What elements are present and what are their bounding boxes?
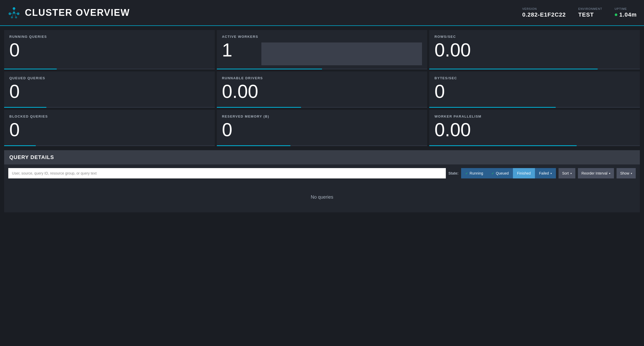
state-failed-button[interactable]: Failed ▾ bbox=[535, 168, 556, 178]
blocked-queries-label: BLOCKED QUERIES bbox=[9, 114, 210, 118]
uptime-meta: UPTIME 1.04m bbox=[615, 7, 637, 18]
blocked-queries-value: 0 bbox=[9, 120, 210, 142]
header-logo: CLUSTER OVERVIEW bbox=[7, 6, 130, 19]
stat-card-running-queries: RUNNING QUERIES 0 bbox=[4, 30, 215, 69]
active-workers-bar bbox=[217, 69, 427, 69]
svg-point-1 bbox=[9, 12, 11, 15]
bytes-sec-value: 0 bbox=[434, 82, 635, 104]
bytes-sec-bar-fill bbox=[429, 107, 556, 108]
svg-point-0 bbox=[13, 7, 15, 10]
stat-card-runnable-drivers: RUNNABLE DRIVERS 0.00 bbox=[217, 71, 427, 108]
no-queries-message: No queries bbox=[4, 182, 640, 212]
reorder-interval-dropdown-icon: ▾ bbox=[609, 172, 610, 175]
stats-grid: RUNNING QUERIES 0 ACTIVE WORKERS 1 ROWS/… bbox=[4, 30, 640, 146]
svg-line-8 bbox=[15, 13, 17, 14]
stat-card-worker-parallelism: WORKER PARALLELISM 0.00 bbox=[429, 110, 640, 146]
rows-sec-label: ROWS/SEC bbox=[434, 35, 635, 39]
show-button[interactable]: Show ▾ bbox=[617, 168, 636, 178]
running-queries-label: RUNNING QUERIES bbox=[9, 35, 210, 39]
running-check-icon: ✓ bbox=[465, 171, 468, 175]
rows-sec-bar bbox=[429, 69, 640, 69]
reserved-memory-label: RESERVED MEMORY (B) bbox=[222, 114, 422, 118]
environment-value: TEST bbox=[578, 11, 602, 18]
running-queries-bar-fill bbox=[4, 69, 57, 69]
blocked-queries-bar-fill bbox=[4, 145, 36, 146]
uptime-label: UPTIME bbox=[615, 7, 637, 10]
sort-button[interactable]: Sort ▾ bbox=[559, 168, 575, 178]
reserved-memory-bar-fill bbox=[217, 145, 290, 146]
running-queries-value: 0 bbox=[9, 41, 210, 65]
stat-card-rows-sec: ROWS/SEC 0.00 bbox=[429, 30, 640, 69]
queued-queries-bar bbox=[4, 107, 215, 108]
state-buttons: ✓ Running ✓ Queued Finished Failed ▾ bbox=[461, 168, 556, 178]
blocked-queries-bar bbox=[4, 145, 215, 146]
header-meta: VERSION 0.282-E1F2C22 ENVIRONMENT TEST U… bbox=[522, 7, 637, 18]
query-search-input[interactable] bbox=[8, 168, 446, 178]
main-content: RUNNING QUERIES 0 ACTIVE WORKERS 1 ROWS/… bbox=[0, 26, 644, 217]
stat-card-blocked-queries: BLOCKED QUERIES 0 bbox=[4, 110, 215, 146]
reorder-interval-button[interactable]: Reorder Interval ▾ bbox=[578, 168, 614, 178]
rows-sec-bar-fill bbox=[429, 69, 598, 69]
queued-check-icon: ✓ bbox=[491, 171, 494, 175]
sort-dropdown-icon: ▾ bbox=[570, 172, 572, 175]
state-finished-button[interactable]: Finished bbox=[513, 168, 535, 178]
rows-sec-value: 0.00 bbox=[434, 41, 635, 65]
stat-card-active-workers: ACTIVE WORKERS 1 bbox=[217, 30, 427, 69]
version-meta: VERSION 0.282-E1F2C22 bbox=[522, 7, 566, 18]
query-controls: State: ✓ Running ✓ Queued Finished Faile… bbox=[4, 164, 640, 182]
worker-parallelism-bar-fill bbox=[429, 145, 577, 146]
show-dropdown-icon: ▾ bbox=[631, 172, 632, 175]
svg-point-2 bbox=[17, 12, 19, 15]
runnable-drivers-bar bbox=[217, 107, 427, 108]
svg-line-9 bbox=[12, 14, 13, 16]
runnable-drivers-bar-fill bbox=[217, 107, 301, 108]
active-workers-bar-fill bbox=[217, 69, 322, 69]
reserved-memory-value: 0 bbox=[222, 120, 422, 142]
queued-queries-value: 0 bbox=[9, 82, 210, 104]
environment-meta: ENVIRONMENT TEST bbox=[578, 7, 602, 18]
reserved-memory-bar bbox=[217, 145, 427, 146]
svg-point-3 bbox=[11, 16, 13, 18]
svg-line-7 bbox=[11, 13, 13, 14]
svg-point-4 bbox=[15, 16, 17, 18]
uptime-value: 1.04m bbox=[615, 11, 637, 18]
bytes-sec-bar bbox=[429, 107, 640, 108]
worker-parallelism-value: 0.00 bbox=[434, 120, 635, 142]
state-label: State: bbox=[448, 171, 459, 175]
stat-card-queued-queries: QUEUED QUERIES 0 bbox=[4, 71, 215, 108]
runnable-drivers-value: 0.00 bbox=[222, 82, 422, 104]
query-details-panel: QUERY DETAILS State: ✓ Running ✓ Queued … bbox=[4, 150, 640, 212]
environment-label: ENVIRONMENT bbox=[578, 7, 602, 10]
header: CLUSTER OVERVIEW VERSION 0.282-E1F2C22 E… bbox=[0, 0, 644, 26]
active-workers-value: 1 bbox=[222, 41, 258, 59]
stat-card-bytes-sec: BYTES/SEC 0 bbox=[429, 71, 640, 108]
state-running-button[interactable]: ✓ Running bbox=[461, 168, 487, 178]
active-workers-label: ACTIVE WORKERS bbox=[222, 35, 258, 39]
queued-queries-bar-fill bbox=[4, 107, 46, 108]
running-queries-bar bbox=[4, 69, 215, 69]
page-title: CLUSTER OVERVIEW bbox=[25, 7, 130, 18]
worker-parallelism-bar bbox=[429, 145, 640, 146]
bytes-sec-label: BYTES/SEC bbox=[434, 76, 635, 80]
query-details-header: QUERY DETAILS bbox=[4, 150, 640, 164]
svg-point-5 bbox=[13, 12, 15, 14]
active-workers-left: ACTIVE WORKERS 1 bbox=[222, 35, 258, 59]
worker-parallelism-label: WORKER PARALLELISM bbox=[434, 114, 635, 118]
query-details-title: QUERY DETAILS bbox=[9, 154, 635, 160]
queued-queries-label: QUEUED QUERIES bbox=[9, 76, 210, 80]
uptime-dot-icon bbox=[615, 13, 617, 16]
worker-chart bbox=[261, 42, 422, 65]
svg-line-10 bbox=[15, 14, 16, 16]
state-queued-button[interactable]: ✓ Queued bbox=[487, 168, 513, 178]
failed-dropdown-icon: ▾ bbox=[550, 172, 552, 175]
stat-card-reserved-memory: RESERVED MEMORY (B) 0 bbox=[217, 110, 427, 146]
version-value: 0.282-E1F2C22 bbox=[522, 11, 566, 18]
cluster-logo-icon bbox=[7, 6, 21, 19]
version-label: VERSION bbox=[522, 7, 566, 10]
runnable-drivers-label: RUNNABLE DRIVERS bbox=[222, 76, 422, 80]
